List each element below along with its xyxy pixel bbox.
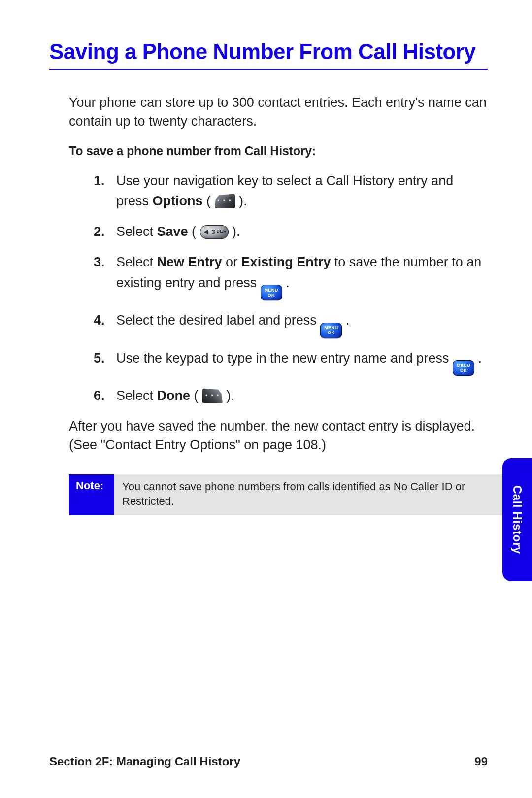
menu-ok-key-icon: MENUOK [261,285,282,300]
side-tab: Call History [502,458,532,581]
step-text: Select the desired label and press [116,313,320,328]
page-footer: Section 2F: Managing Call History 99 [49,755,488,768]
step-list: Use your navigation key to select a Call… [94,171,488,407]
step-text: . [342,313,349,328]
step-text: . [474,351,482,366]
step-bold: Done [157,388,191,403]
step-text: . [282,275,290,290]
step-text: ). [235,194,247,208]
intro-paragraph: Your phone can store up to 300 contact e… [69,94,488,131]
step-4: Select the desired label and press MENUO… [94,310,488,338]
menu-key-line2: OK [268,293,275,298]
note-body: You cannot save phone numbers from calls… [114,474,502,515]
step-6: Select Done ( • • • ). [94,386,488,406]
softkey-dots: • • • [205,391,220,400]
step-bold: Options [153,194,203,208]
note-box: Note: You cannot save phone numbers from… [69,474,502,515]
footer-page-number: 99 [474,755,488,768]
step-5: Use the keypad to type in the new entry … [94,348,488,376]
right-softkey-icon: • • • [215,194,235,208]
side-tab-label: Call History [510,485,524,554]
step-bold: Save [157,224,188,239]
procedure-heading: To save a phone number from Call History… [69,144,488,158]
step-text: ). [229,224,240,239]
step-text: or [222,255,241,269]
step-text: Select [116,224,157,239]
step-2: Select Save ( 3DEF ). [94,222,488,242]
key-3-icon: 3DEF [200,225,229,239]
menu-key-line1: MENU [265,288,278,293]
step-1: Use your navigation key to select a Call… [94,171,488,212]
step-bold: Existing Entry [241,255,331,269]
step-bold: New Entry [157,255,222,269]
step-text: Select [116,388,157,403]
step-text: ( [188,224,200,239]
key-3-letters: DEF [217,228,227,235]
step-text: ). [223,388,234,403]
step-3: Select New Entry or Existing Entry to sa… [94,252,488,300]
step-text: ( [203,194,215,208]
menu-ok-key-icon: MENUOK [320,323,342,338]
page-title: Saving a Phone Number From Call History [49,39,488,70]
softkey-dots: • • • [217,197,232,206]
menu-key-line1: MENU [457,364,470,368]
closing-paragraph: After you have saved the number, the new… [69,417,488,455]
menu-key-line1: MENU [324,326,338,330]
step-text: ( [190,388,202,403]
menu-key-line2: OK [328,331,334,335]
footer-section: Section 2F: Managing Call History [49,755,240,768]
step-text: Select [116,255,157,269]
menu-ok-key-icon: MENUOK [453,360,474,376]
step-text: Use the keypad to type in the new entry … [116,351,453,366]
key-3-number: 3 [212,227,215,237]
left-softkey-icon: • • • [202,388,223,403]
note-label: Note: [69,474,114,515]
menu-key-line2: OK [460,368,467,373]
